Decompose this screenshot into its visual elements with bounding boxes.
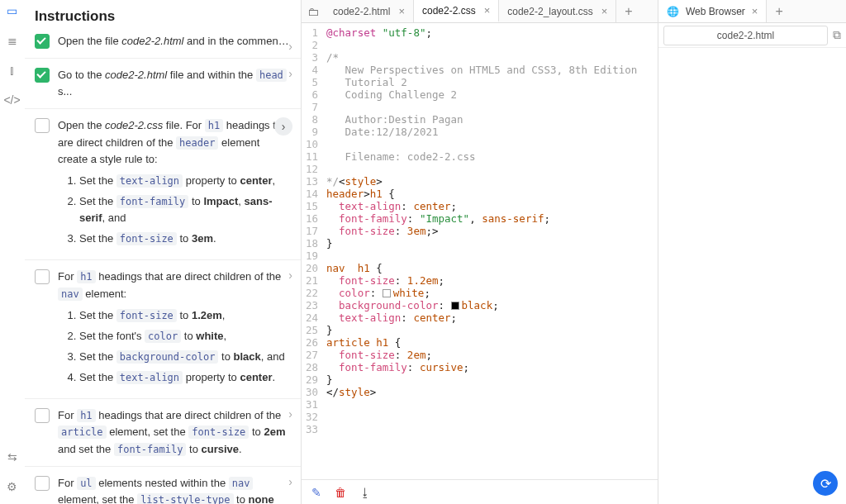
share-icon[interactable]: ⇆ <box>5 449 20 464</box>
close-icon[interactable]: × <box>752 5 758 17</box>
instruction-step: Open the file code2-2.html and in the co… <box>25 31 301 58</box>
step-checkbox[interactable] <box>35 118 50 133</box>
browser-address-text: code2-2.html <box>717 30 774 41</box>
book-icon[interactable]: ▭ <box>5 3 20 18</box>
browser-panel: 🌐 Web Browser × + code2-2.html ⧉ ⟳ <box>658 0 846 504</box>
editor-tab[interactable]: code2-2.html× <box>325 0 414 22</box>
chevron-right-icon[interactable]: › <box>288 40 292 53</box>
step-text: For ul elements nested within the nav el… <box>58 475 291 504</box>
step-text: Go to the code2-2.html file and within t… <box>58 67 291 100</box>
code-editor[interactable]: 1234567891011121314151617181920212223242… <box>302 23 658 479</box>
edit-icon[interactable]: ✎ <box>311 486 321 499</box>
settings-icon[interactable]: ⚙ <box>5 479 20 494</box>
chevron-right-icon[interactable]: › <box>288 67 292 80</box>
popout-icon[interactable]: ⧉ <box>833 28 841 42</box>
step-checkbox[interactable] <box>35 269 50 284</box>
folder-icon[interactable]: 🗀 <box>302 5 325 18</box>
close-icon[interactable]: × <box>484 4 491 17</box>
editor-toolbar: ✎ 🗑 ⭳ <box>302 479 658 504</box>
tab-label: code2-2.css <box>422 5 476 17</box>
line-gutter: 1234567891011121314151617181920212223242… <box>302 23 323 479</box>
browser-tab[interactable]: 🌐 Web Browser × <box>658 0 767 22</box>
code-icon[interactable]: </> <box>5 93 20 107</box>
chart-icon[interactable]: ⫿ <box>5 63 20 78</box>
globe-icon: 🌐 <box>667 6 679 17</box>
chevron-right-icon[interactable]: › <box>288 269 292 282</box>
step-checkbox[interactable] <box>35 408 50 423</box>
instruction-step: Open the code2-2.css file. For h1 headin… <box>25 108 301 259</box>
add-tab-button[interactable]: + <box>616 4 640 19</box>
step-checkbox[interactable] <box>35 476 50 491</box>
tab-label: code2-2_layout.css <box>507 6 592 17</box>
instruction-step: For h1 headings that are direct children… <box>25 398 301 465</box>
instructions-body[interactable]: Open the file code2-2.html and in the co… <box>25 31 301 504</box>
left-icon-rail: ▭ ≣ ⫿ </> ⇆ ⚙ <box>0 0 25 504</box>
instruction-step: Go to the code2-2.html file and within t… <box>25 58 301 108</box>
close-icon[interactable]: × <box>398 5 405 17</box>
code-content[interactable]: @charset "utf-8"; /* New Perspectives on… <box>323 23 637 479</box>
instructions-panel: Instructions Open the file code2-2.html … <box>25 0 302 504</box>
instructions-title: Instructions <box>25 0 301 31</box>
editor-panel: 🗀 code2-2.html×code2-2.css×code2-2_layou… <box>302 0 658 504</box>
editor-tab-row: 🗀 code2-2.html×code2-2.css×code2-2_layou… <box>302 0 658 23</box>
step-text: For h1 headings that are direct children… <box>58 269 291 390</box>
browser-address-row: code2-2.html ⧉ <box>658 23 846 48</box>
chevron-right-icon[interactable]: › <box>288 407 292 421</box>
instruction-step: For ul elements nested within the nav el… <box>25 466 301 504</box>
browser-tab-row: 🌐 Web Browser × + <box>658 0 846 23</box>
step-checkbox[interactable] <box>35 68 50 83</box>
add-browser-tab-button[interactable]: + <box>767 4 791 19</box>
step-text: For h1 headings that are direct children… <box>58 407 291 457</box>
reload-button[interactable]: ⟳ <box>813 471 838 496</box>
list-icon[interactable]: ≣ <box>5 33 20 48</box>
tab-label: code2-2.html <box>333 6 390 17</box>
step-checkbox[interactable] <box>35 34 50 49</box>
download-icon[interactable]: ⭳ <box>359 486 371 499</box>
step-text: Open the file code2-2.html and in the co… <box>58 33 291 50</box>
editor-tab[interactable]: code2-2.css× <box>414 0 499 22</box>
close-icon[interactable]: × <box>601 5 608 17</box>
instruction-step: For h1 headings that are direct children… <box>25 259 301 398</box>
chevron-right-icon[interactable]: › <box>288 475 292 488</box>
editor-tab[interactable]: code2-2_layout.css× <box>499 0 616 22</box>
browser-content: ⟳ <box>658 48 846 504</box>
browser-address-bar[interactable]: code2-2.html <box>663 26 828 45</box>
step-text: Open the code2-2.css file. For h1 headin… <box>58 117 291 251</box>
delete-icon[interactable]: 🗑 <box>335 486 346 499</box>
browser-tab-label: Web Browser <box>686 6 745 17</box>
